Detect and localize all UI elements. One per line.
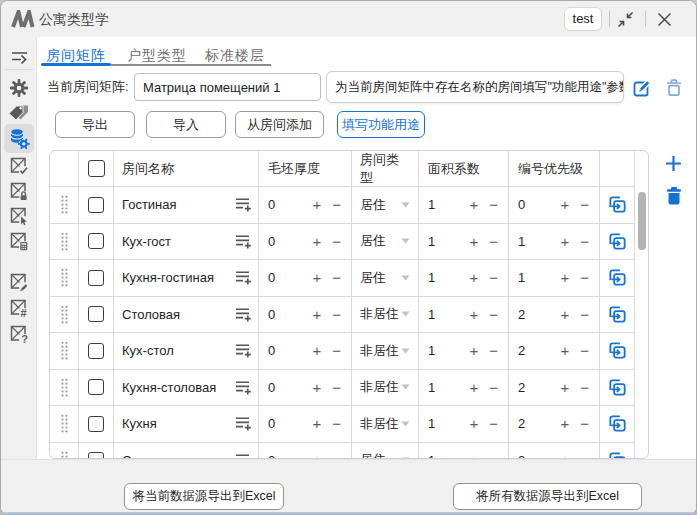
menu-expand-button[interactable] <box>7 45 31 69</box>
thickness-value[interactable]: 0 <box>268 307 275 322</box>
list-plus-icon[interactable] <box>235 342 252 359</box>
area-coef-decrease-button[interactable]: − <box>489 270 498 285</box>
duplicate-row-button[interactable] <box>600 333 635 369</box>
select-all-checkbox[interactable] <box>88 160 105 177</box>
sidebar-item-region-lock[interactable] <box>7 179 31 203</box>
priority-decrease-button[interactable]: − <box>580 380 589 395</box>
add-from-rooms-button[interactable]: 从房间添加 <box>235 111 324 138</box>
area-coef-decrease-button[interactable]: − <box>489 307 498 322</box>
row-drag-handle[interactable] <box>50 406 79 442</box>
sidebar-item-region-help[interactable]: ? <box>7 322 31 346</box>
priority-value[interactable]: 0 <box>518 197 525 212</box>
row-checkbox[interactable] <box>88 306 104 322</box>
fill-function-button[interactable]: 填写功能用途 <box>337 111 425 138</box>
priority-value[interactable]: 1 <box>518 270 525 285</box>
area-coef-value[interactable]: 1 <box>428 343 435 358</box>
matrix-name-input[interactable] <box>134 73 321 101</box>
area-coef-value[interactable]: 1 <box>428 307 435 322</box>
row-drag-handle[interactable] <box>50 187 79 223</box>
thickness-increase-button[interactable]: + <box>312 234 321 249</box>
list-plus-icon[interactable] <box>235 306 252 323</box>
area-coef-value[interactable]: 1 <box>428 380 435 395</box>
close-window-button[interactable] <box>652 8 676 30</box>
area-coef-increase-button[interactable]: + <box>469 416 478 431</box>
thickness-increase-button[interactable]: + <box>312 343 321 358</box>
row-checkbox[interactable] <box>88 343 104 359</box>
duplicate-row-button[interactable] <box>600 406 635 442</box>
duplicate-row-button[interactable] <box>600 224 635 260</box>
import-button[interactable]: 导入 <box>146 111 226 138</box>
priority-increase-button[interactable]: + <box>560 416 569 431</box>
row-checkbox[interactable] <box>88 416 104 432</box>
delete-rows-button[interactable] <box>665 186 683 206</box>
thickness-increase-button[interactable]: + <box>312 307 321 322</box>
room-type-dropdown[interactable]: 非居住 <box>352 333 419 369</box>
priority-increase-button[interactable]: + <box>560 307 569 322</box>
row-drag-handle[interactable] <box>50 297 79 333</box>
room-name-cell[interactable]: Кухня-гостиная <box>122 270 214 285</box>
row-drag-handle[interactable] <box>50 443 79 460</box>
room-type-dropdown[interactable]: 居住 <box>352 443 419 460</box>
priority-decrease-button[interactable]: − <box>580 234 589 249</box>
sidebar-item-region-edit[interactable] <box>7 270 31 294</box>
row-checkbox[interactable] <box>88 270 104 286</box>
area-coef-increase-button[interactable]: + <box>469 343 478 358</box>
room-name-cell[interactable]: Кух-гост <box>122 234 171 249</box>
sidebar-item-region-calculator[interactable] <box>7 229 31 253</box>
export-button[interactable]: 导出 <box>55 111 135 138</box>
room-type-dropdown[interactable]: 居住 <box>352 260 419 296</box>
list-plus-icon[interactable] <box>235 379 252 396</box>
area-coef-value[interactable]: 1 <box>428 270 435 285</box>
area-coef-increase-button[interactable]: + <box>469 234 478 249</box>
area-coef-decrease-button[interactable]: − <box>489 197 498 212</box>
priority-increase-button[interactable]: + <box>560 343 569 358</box>
thickness-decrease-button[interactable]: − <box>332 234 341 249</box>
thickness-decrease-button[interactable]: − <box>332 307 341 322</box>
area-coef-increase-button[interactable]: + <box>469 380 478 395</box>
room-name-cell[interactable]: Кухня-столовая <box>122 380 216 395</box>
duplicate-row-button[interactable] <box>600 370 635 406</box>
row-drag-handle[interactable] <box>50 260 79 296</box>
edit-matrix-button[interactable] <box>631 77 653 99</box>
test-button[interactable]: test <box>564 7 602 31</box>
tab-unit-types[interactable]: 户型类型 <box>119 44 195 66</box>
sidebar-item-settings[interactable] <box>7 76 31 100</box>
thickness-decrease-button[interactable]: − <box>332 416 341 431</box>
room-type-dropdown[interactable]: 非居住 <box>352 370 419 406</box>
priority-decrease-button[interactable]: − <box>580 197 589 212</box>
thickness-value[interactable]: 0 <box>268 270 275 285</box>
area-coef-decrease-button[interactable]: − <box>489 416 498 431</box>
thickness-increase-button[interactable]: + <box>312 380 321 395</box>
area-coef-decrease-button[interactable]: − <box>489 343 498 358</box>
list-plus-icon[interactable] <box>235 415 252 432</box>
collapse-window-button[interactable] <box>613 8 637 30</box>
priority-value[interactable]: 2 <box>518 416 525 431</box>
priority-value[interactable]: 1 <box>518 234 525 249</box>
thickness-value[interactable]: 0 <box>268 343 275 358</box>
thickness-value[interactable]: 0 <box>268 197 275 212</box>
priority-decrease-button[interactable]: − <box>580 270 589 285</box>
sidebar-item-region-number[interactable]: # <box>7 296 31 320</box>
row-checkbox[interactable] <box>88 197 104 213</box>
room-type-dropdown[interactable]: 居住 <box>352 224 419 260</box>
list-plus-icon[interactable] <box>235 196 252 213</box>
export-current-excel-button[interactable]: 将当前数据源导出到Excel <box>124 483 284 510</box>
sidebar-item-region-cursor[interactable] <box>7 204 31 228</box>
row-drag-handle[interactable] <box>50 224 79 260</box>
priority-increase-button[interactable]: + <box>560 380 569 395</box>
row-drag-handle[interactable] <box>50 333 79 369</box>
thickness-decrease-button[interactable]: − <box>332 380 341 395</box>
vertical-scrollbar[interactable] <box>638 192 646 250</box>
duplicate-row-button[interactable] <box>600 260 635 296</box>
thickness-decrease-button[interactable]: − <box>332 270 341 285</box>
area-coef-increase-button[interactable]: + <box>469 270 478 285</box>
area-coef-value[interactable]: 1 <box>428 416 435 431</box>
duplicate-row-button[interactable] <box>600 187 635 223</box>
room-type-dropdown[interactable]: 居住 <box>352 187 419 223</box>
list-plus-icon[interactable] <box>235 269 252 286</box>
thickness-decrease-button[interactable]: − <box>332 197 341 212</box>
priority-decrease-button[interactable]: − <box>580 343 589 358</box>
area-coef-value[interactable]: 1 <box>428 234 435 249</box>
room-type-dropdown[interactable]: 非居住 <box>352 297 419 333</box>
thickness-increase-button[interactable]: + <box>312 416 321 431</box>
